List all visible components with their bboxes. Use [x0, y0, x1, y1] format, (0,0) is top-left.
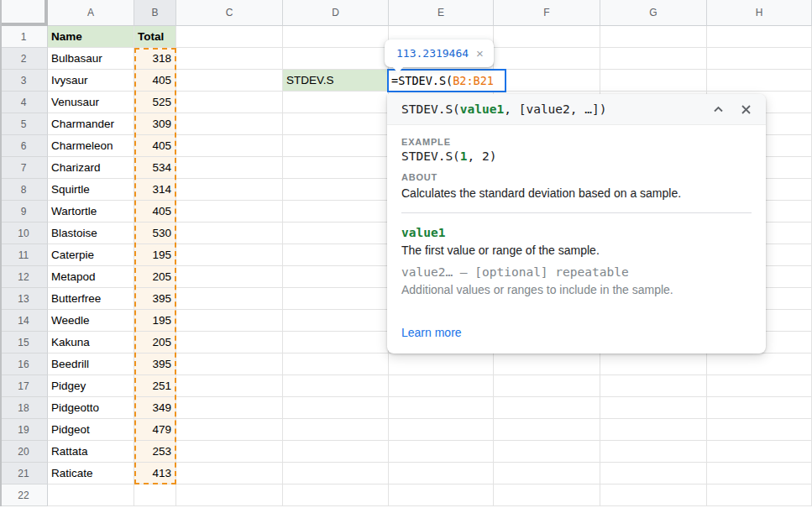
cell-B5[interactable]: 309	[134, 113, 176, 135]
cell-E22[interactable]	[389, 484, 494, 506]
cell-A6[interactable]: Charmeleon	[48, 135, 134, 157]
cell-G20[interactable]	[600, 441, 707, 463]
cell-C20[interactable]	[176, 441, 283, 463]
cell-B10[interactable]: 530	[134, 223, 176, 244]
cell-C15[interactable]	[176, 332, 283, 354]
cell-B13[interactable]: 395	[134, 288, 176, 310]
cell-F1[interactable]	[494, 26, 600, 48]
cell-B17[interactable]: 251	[134, 375, 176, 397]
cell-E20[interactable]	[389, 441, 494, 463]
cell-C7[interactable]	[176, 157, 283, 179]
cell-D5[interactable]	[283, 113, 389, 135]
row-header-22[interactable]: 22	[0, 484, 48, 506]
column-header-B[interactable]: B	[134, 0, 176, 26]
cell-D4[interactable]	[283, 92, 389, 113]
cell-B16[interactable]: 395	[134, 354, 176, 375]
column-header-E[interactable]: E	[389, 0, 494, 26]
cell-B20[interactable]: 253	[134, 441, 176, 463]
row-header-5[interactable]: 5	[0, 113, 48, 135]
cell-B2[interactable]: 318	[134, 48, 176, 70]
row-header-15[interactable]: 15	[0, 332, 48, 354]
cell-D10[interactable]	[283, 223, 389, 244]
cell-A14[interactable]: Weedle	[48, 310, 134, 332]
cell-B6[interactable]: 405	[134, 135, 176, 157]
row-header-2[interactable]: 2	[0, 48, 48, 70]
cell-B7[interactable]: 534	[134, 157, 176, 179]
row-header-10[interactable]: 10	[0, 223, 48, 244]
cell-H19[interactable]	[707, 419, 812, 441]
row-header-1[interactable]: 1	[0, 26, 48, 48]
cell-A8[interactable]: Squirtle	[48, 179, 134, 201]
cell-D2[interactable]	[283, 48, 389, 70]
cell-F19[interactable]	[494, 419, 600, 441]
row-header-8[interactable]: 8	[0, 179, 48, 201]
cell-G21[interactable]	[600, 463, 707, 484]
cell-A11[interactable]: Caterpie	[48, 244, 134, 266]
cell-D22[interactable]	[283, 484, 389, 506]
column-header-A[interactable]: A	[48, 0, 134, 26]
cell-D11[interactable]	[283, 244, 389, 266]
cell-C10[interactable]	[176, 223, 283, 244]
cell-E16[interactable]	[389, 354, 494, 375]
cell-C6[interactable]	[176, 135, 283, 157]
cell-G3[interactable]	[600, 70, 707, 92]
row-header-11[interactable]: 11	[0, 244, 48, 266]
cell-C12[interactable]	[176, 266, 283, 288]
cell-D17[interactable]	[283, 375, 389, 397]
cell-C2[interactable]	[176, 48, 283, 70]
learn-more-link[interactable]: Learn more	[401, 326, 462, 339]
cell-D1[interactable]	[283, 26, 389, 48]
cell-C14[interactable]	[176, 310, 283, 332]
row-header-6[interactable]: 6	[0, 135, 48, 157]
row-header-18[interactable]: 18	[0, 397, 48, 419]
cell-D6[interactable]	[283, 135, 389, 157]
cell-A9[interactable]: Wartortle	[48, 201, 134, 223]
cell-H22[interactable]	[707, 484, 812, 506]
row-header-19[interactable]: 19	[0, 419, 48, 441]
row-header-20[interactable]: 20	[0, 441, 48, 463]
cell-B12[interactable]: 205	[134, 266, 176, 288]
cell-A22[interactable]	[48, 484, 134, 506]
cell-F18[interactable]	[494, 397, 600, 419]
select-all-corner[interactable]	[0, 0, 48, 26]
column-header-F[interactable]: F	[494, 0, 600, 26]
cell-D16[interactable]	[283, 354, 389, 375]
cell-C1[interactable]	[176, 26, 283, 48]
cell-A13[interactable]: Butterfree	[48, 288, 134, 310]
cell-F2[interactable]	[494, 48, 600, 70]
cell-A20[interactable]: Rattata	[48, 441, 134, 463]
cell-E21[interactable]	[389, 463, 494, 484]
collapse-chevron-up-icon[interactable]	[712, 103, 725, 116]
cell-F20[interactable]	[494, 441, 600, 463]
cell-C22[interactable]	[176, 484, 283, 506]
cell-H18[interactable]	[707, 397, 812, 419]
row-header-7[interactable]: 7	[0, 157, 48, 179]
cell-D9[interactable]	[283, 201, 389, 223]
cell-B3[interactable]: 405	[134, 70, 176, 92]
cell-E18[interactable]	[389, 397, 494, 419]
cell-D7[interactable]	[283, 157, 389, 179]
cell-C9[interactable]	[176, 201, 283, 223]
cell-C4[interactable]	[176, 92, 283, 113]
cell-B9[interactable]: 405	[134, 201, 176, 223]
row-header-13[interactable]: 13	[0, 288, 48, 310]
cell-H1[interactable]	[707, 26, 812, 48]
cell-D20[interactable]	[283, 441, 389, 463]
cell-G16[interactable]	[600, 354, 707, 375]
row-header-3[interactable]: 3	[0, 70, 48, 92]
cell-G17[interactable]	[600, 375, 707, 397]
cell-C19[interactable]	[176, 419, 283, 441]
cell-A2[interactable]: Bulbasaur	[48, 48, 134, 70]
cell-C18[interactable]	[176, 397, 283, 419]
cell-C21[interactable]	[176, 463, 283, 484]
cell-B1[interactable]: Total	[134, 26, 176, 48]
cell-A7[interactable]: Charizard	[48, 157, 134, 179]
cell-D18[interactable]	[283, 397, 389, 419]
cell-A15[interactable]: Kakuna	[48, 332, 134, 354]
close-icon[interactable]	[740, 103, 752, 116]
cell-C16[interactable]	[176, 354, 283, 375]
column-header-G[interactable]: G	[600, 0, 707, 26]
cell-H16[interactable]	[707, 354, 812, 375]
cell-A18[interactable]: Pidgeotto	[48, 397, 134, 419]
cell-C5[interactable]	[176, 113, 283, 135]
